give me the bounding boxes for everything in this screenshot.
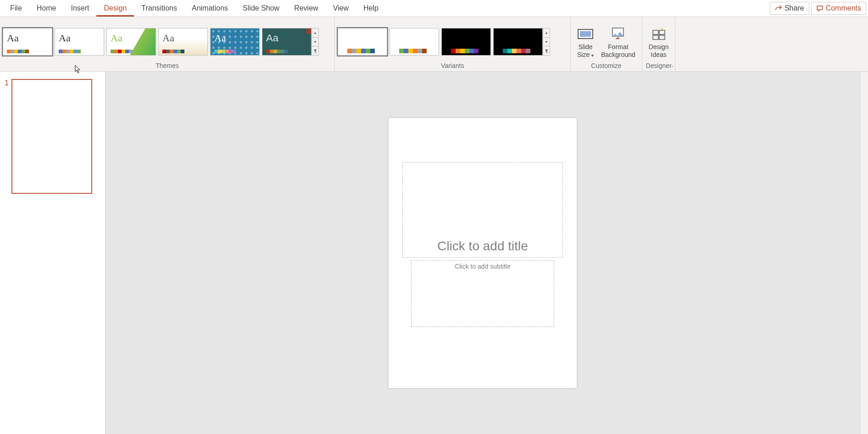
slide-number: 1 (5, 79, 9, 427)
title-placeholder[interactable]: Click to add title (402, 162, 563, 258)
subtitle-placeholder-text: Click to add subtitle (455, 263, 510, 270)
share-icon (775, 5, 782, 12)
group-label-variants: Variants (335, 62, 570, 71)
tab-home[interactable]: Home (29, 0, 64, 17)
slide-thumbnail-1[interactable] (11, 79, 92, 194)
theme-thumb-6[interactable]: Aa (262, 28, 312, 56)
tab-design[interactable]: Design (96, 0, 134, 17)
tab-view[interactable]: View (326, 0, 356, 17)
theme-thumb-1[interactable]: Aa (3, 28, 52, 56)
variants-gallery-scroll: ▲ ▼ ▼̲ (543, 28, 550, 56)
tab-slideshow[interactable]: Slide Show (235, 0, 287, 17)
svg-rect-4 (659, 30, 665, 34)
variant-swatches (347, 49, 375, 53)
variant-thumb-2[interactable] (389, 28, 439, 56)
share-button[interactable]: Share (770, 2, 809, 15)
variant-swatches (399, 49, 427, 53)
theme-aa-text: Aa (59, 32, 71, 44)
format-background-icon (611, 25, 625, 43)
design-ideas-button[interactable]: Design Ideas (645, 20, 673, 64)
share-label: Share (785, 4, 804, 12)
svg-rect-6 (659, 35, 665, 39)
editor-area: 1 Click to add title Click to add subtit… (0, 72, 868, 434)
variants-scroll-up[interactable]: ▲ (543, 28, 550, 38)
themes-scroll-down[interactable]: ▼ (312, 38, 319, 47)
group-label-customize: Customize (571, 62, 642, 71)
tab-help[interactable]: Help (356, 0, 386, 17)
theme-aa-text: Aa (214, 32, 226, 44)
themes-gallery-expand[interactable]: ▼̲ (312, 46, 319, 56)
variants-gallery (338, 28, 543, 56)
theme-swatches (162, 50, 184, 53)
theme-swatches (7, 50, 29, 53)
comments-label: Comments (826, 4, 861, 12)
themes-gallery: AaAaAaAaAaAa (3, 28, 312, 56)
design-ideas-icon (651, 25, 666, 43)
comments-button[interactable]: Comments (811, 2, 866, 15)
chevron-down-icon: ▾ (591, 53, 594, 58)
theme-aa-text: Aa (111, 32, 122, 44)
format-background-label: Format Background (601, 43, 635, 59)
group-label-themes: Themes (0, 62, 334, 71)
theme-thumb-5[interactable]: Aa (210, 28, 260, 56)
themes-scroll-up[interactable]: ▲ (312, 28, 319, 38)
svg-rect-5 (653, 35, 658, 39)
slide-canvas-area: Click to add title Click to add subtitle (106, 72, 860, 434)
tab-file[interactable]: File (3, 0, 29, 17)
slide-thumbnail-panel: 1 (0, 72, 106, 434)
format-background-button[interactable]: Format Background (597, 20, 639, 64)
theme-aa-text: Aa (266, 32, 278, 44)
variant-thumb-4[interactable] (493, 28, 543, 56)
slide-size-icon (577, 25, 594, 43)
svg-rect-3 (653, 30, 658, 34)
subtitle-placeholder[interactable]: Click to add subtitle (411, 260, 554, 327)
collapse-ribbon-icon[interactable]: ⌃ (670, 65, 674, 70)
tab-review[interactable]: Review (287, 0, 325, 17)
tab-animations[interactable]: Animations (184, 0, 235, 17)
svg-rect-1 (580, 31, 591, 37)
comments-icon (816, 5, 823, 12)
variant-swatches (451, 49, 479, 53)
slide-size-button[interactable]: Slide Size ▾ (573, 20, 597, 64)
group-customize: Slide Size ▾ Format Background Customize (571, 17, 642, 71)
vertical-scrollbar[interactable] (860, 72, 868, 434)
theme-thumb-4[interactable]: Aa (158, 28, 208, 56)
tab-transitions[interactable]: Transitions (134, 0, 184, 17)
variant-thumb-1[interactable] (338, 28, 387, 56)
theme-thumb-2[interactable]: Aa (55, 28, 104, 56)
theme-swatches (59, 50, 81, 53)
group-designer: Design Ideas Designer ⌃ (642, 17, 676, 71)
tab-insert[interactable]: Insert (63, 0, 96, 17)
variants-scroll-down[interactable]: ▼ (543, 38, 550, 47)
group-variants: ▲ ▼ ▼̲ Variants (335, 17, 571, 71)
group-themes: AaAaAaAaAaAa ▲ ▼ ▼̲ Themes (0, 17, 335, 71)
theme-thumb-3[interactable]: Aa (106, 28, 156, 56)
themes-gallery-scroll: ▲ ▼ ▼̲ (312, 28, 319, 56)
theme-swatches (214, 50, 236, 53)
ribbon-tabs: File Home Insert Design Transitions Anim… (0, 0, 868, 17)
theme-aa-text: Aa (162, 32, 174, 44)
slide-size-label: Slide Size (577, 43, 593, 58)
variant-thumb-3[interactable] (441, 28, 491, 56)
variant-swatches (503, 49, 530, 53)
theme-aa-text: Aa (7, 32, 19, 44)
title-placeholder-text: Click to add title (437, 239, 528, 254)
theme-swatches (266, 50, 288, 53)
theme-swatches (111, 50, 133, 53)
design-ideas-label: Design Ideas (649, 43, 669, 59)
variants-gallery-expand[interactable]: ▼̲ (543, 46, 550, 56)
ribbon-body: AaAaAaAaAaAa ▲ ▼ ▼̲ Themes ▲ ▼ ▼̲ Varian… (0, 17, 868, 72)
slide-canvas[interactable]: Click to add title Click to add subtitle (389, 118, 577, 388)
